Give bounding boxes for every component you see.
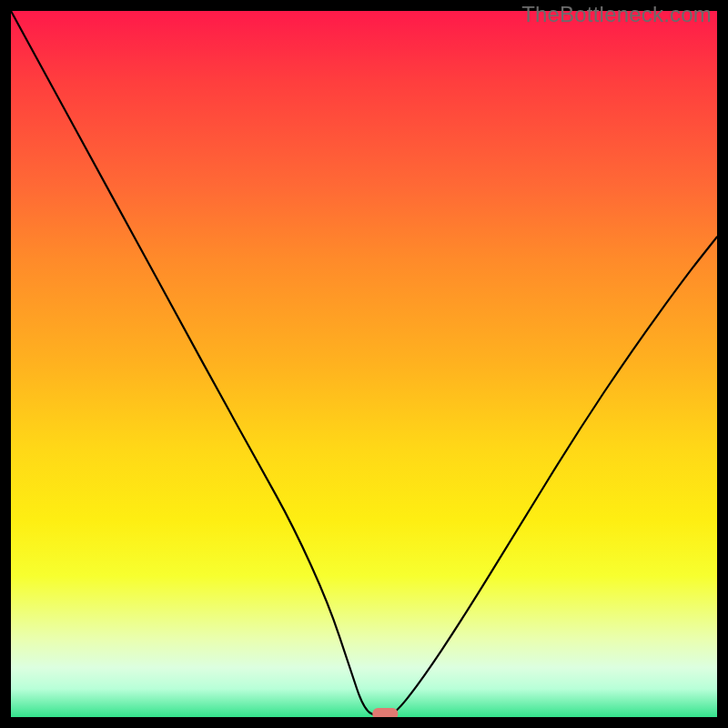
chart-svg xyxy=(11,11,717,717)
chart-plot-area xyxy=(11,11,717,717)
bottleneck-curve xyxy=(11,11,717,717)
minimum-marker xyxy=(372,708,398,717)
attribution-text: TheBottleneck.com xyxy=(521,2,712,27)
